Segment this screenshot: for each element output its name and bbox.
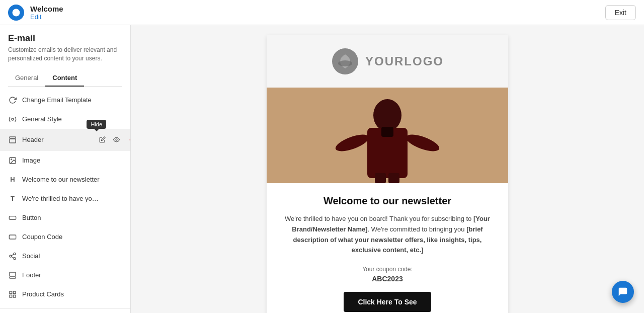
menu-item-header[interactable]: Header Hide bbox=[0, 129, 130, 151]
footer-label: Footer bbox=[22, 271, 122, 279]
change-email-template-label: Change Email Template bbox=[22, 96, 122, 104]
svg-rect-30 bbox=[388, 173, 399, 183]
svg-point-21 bbox=[338, 60, 352, 66]
email-hero-image bbox=[267, 88, 508, 183]
hide-header-button[interactable] bbox=[110, 134, 122, 146]
share-icon bbox=[8, 252, 17, 261]
button-icon bbox=[8, 213, 17, 222]
svg-rect-29 bbox=[375, 173, 386, 183]
social-label: Social bbox=[22, 252, 122, 260]
svg-rect-7 bbox=[9, 216, 16, 219]
svg-line-12 bbox=[12, 257, 14, 258]
image-icon bbox=[8, 156, 17, 165]
title-group: Welcome Edit bbox=[30, 5, 63, 21]
product-cards-label: Product Cards bbox=[22, 290, 122, 298]
menu-item-coupon-code[interactable]: Coupon Code bbox=[0, 227, 130, 247]
menu-item-button[interactable]: Button bbox=[0, 208, 130, 227]
menu-item-change-email-template[interactable]: Change Email Template bbox=[0, 91, 130, 110]
sidebar: E-mail Customize emails to deliver relev… bbox=[0, 25, 131, 313]
logo-text: YOURLOGO bbox=[365, 54, 444, 68]
coupon-code-value: ABC2023 bbox=[283, 275, 492, 283]
edit-link[interactable]: Edit bbox=[30, 13, 63, 21]
sliders-icon bbox=[8, 115, 17, 124]
topbar-left: Welcome Edit bbox=[8, 5, 63, 21]
svg-point-10 bbox=[10, 255, 12, 257]
svg-point-1 bbox=[12, 118, 14, 120]
menu-item-body-text[interactable]: T We're thrilled to have you on board! T… bbox=[0, 189, 130, 208]
grid-icon bbox=[8, 290, 17, 299]
menu-item-product-cards[interactable]: Product Cards bbox=[0, 285, 130, 304]
menu-item-image[interactable]: Image bbox=[0, 151, 130, 170]
preview-panel: YOURLOGO bbox=[131, 25, 644, 313]
sidebar-footer: Back Enable Email Automation bbox=[0, 308, 130, 313]
svg-rect-8 bbox=[9, 235, 16, 239]
svg-point-11 bbox=[14, 257, 16, 259]
svg-rect-28 bbox=[381, 127, 393, 137]
cta-button[interactable]: Click Here To See bbox=[344, 292, 431, 312]
body-text-label: We're thrilled to have you on board! Tha… bbox=[22, 195, 100, 202]
menu-item-general-style[interactable]: General Style bbox=[0, 110, 130, 129]
email-main-heading: Welcome to our newsletter bbox=[283, 195, 492, 207]
app-title: Welcome bbox=[30, 5, 63, 13]
header-actions: Hide bbox=[96, 134, 122, 146]
sidebar-header: E-mail Customize emails to deliver relev… bbox=[0, 25, 130, 91]
svg-rect-14 bbox=[10, 272, 16, 276]
general-style-label: General Style bbox=[22, 115, 122, 123]
email-container: YOURLOGO bbox=[267, 35, 508, 313]
hide-tooltip: Hide bbox=[87, 120, 106, 129]
sidebar-menu: Change Email Template General Style Head… bbox=[0, 91, 130, 308]
svg-line-13 bbox=[12, 254, 14, 256]
svg-rect-2 bbox=[10, 137, 16, 138]
coupon-code-label: Coupon Code bbox=[22, 233, 122, 241]
sidebar-tabs: General Content bbox=[8, 70, 122, 87]
layout-icon bbox=[8, 135, 17, 144]
svg-rect-3 bbox=[10, 139, 16, 143]
menu-item-footer[interactable]: Footer bbox=[0, 266, 130, 285]
email-content: Welcome to our newsletter We're thrilled… bbox=[267, 183, 508, 313]
edit-header-button[interactable] bbox=[96, 134, 108, 146]
svg-rect-16 bbox=[10, 291, 12, 294]
svg-rect-15 bbox=[10, 277, 16, 278]
logo-icon bbox=[331, 47, 359, 75]
heading-icon: H bbox=[8, 175, 17, 184]
rotate-icon bbox=[8, 96, 17, 105]
menu-item-social[interactable]: Social bbox=[0, 247, 130, 266]
menu-item-welcome-heading[interactable]: H Welcome to our newsletter bbox=[0, 170, 130, 189]
button-label: Button bbox=[22, 214, 122, 221]
email-logo-area: YOURLOGO bbox=[267, 35, 508, 88]
svg-point-6 bbox=[11, 159, 12, 160]
coupon-icon bbox=[8, 232, 17, 242]
email-body-text: We're thrilled to have you on board! Tha… bbox=[283, 214, 492, 256]
svg-rect-18 bbox=[10, 295, 12, 297]
svg-point-0 bbox=[13, 9, 20, 16]
tab-content[interactable]: Content bbox=[45, 70, 84, 87]
tab-general[interactable]: General bbox=[8, 70, 45, 87]
image-label: Image bbox=[22, 156, 122, 164]
welcome-heading-label: Welcome to our newsletter bbox=[22, 176, 122, 183]
sidebar-title: E-mail bbox=[8, 33, 122, 44]
text-icon: T bbox=[8, 194, 17, 203]
exit-button[interactable]: Exit bbox=[605, 5, 636, 20]
svg-point-9 bbox=[14, 253, 16, 255]
svg-point-4 bbox=[115, 139, 117, 140]
svg-point-24 bbox=[373, 99, 401, 131]
main-layout: E-mail Customize emails to deliver relev… bbox=[0, 25, 644, 313]
app-icon bbox=[8, 5, 24, 21]
chat-fab-button[interactable] bbox=[612, 281, 634, 303]
header-label: Header bbox=[22, 136, 91, 143]
topbar: Welcome Edit Exit bbox=[0, 0, 644, 25]
footer-icon bbox=[8, 271, 17, 280]
svg-rect-19 bbox=[13, 295, 16, 297]
sidebar-description: Customize emails to deliver relevant and… bbox=[8, 46, 122, 63]
coupon-label: Your coupon code: bbox=[283, 266, 492, 273]
svg-rect-17 bbox=[13, 291, 16, 294]
